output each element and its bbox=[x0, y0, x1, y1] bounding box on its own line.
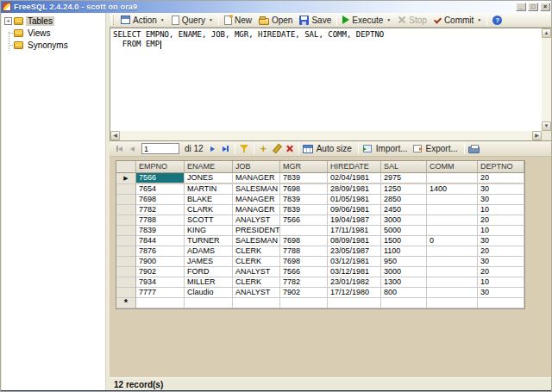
cell[interactable]: ADAMS bbox=[185, 246, 233, 257]
sql-editor[interactable]: SELECT EMPNO, ENAME, JOB, MGR, HIREDATE,… bbox=[110, 28, 552, 141]
cell[interactable]: CLERK bbox=[233, 257, 280, 267]
cell[interactable] bbox=[280, 226, 328, 236]
next-record-button[interactable] bbox=[206, 142, 219, 155]
new-button[interactable]: New bbox=[221, 13, 255, 27]
column-header-hiredate[interactable]: HIREDATE bbox=[328, 161, 381, 173]
column-header-job[interactable]: JOB bbox=[233, 161, 280, 173]
sidebar-item-synonyms[interactable]: Synonyms bbox=[2, 39, 105, 51]
sidebar-item-views[interactable]: Views bbox=[2, 27, 105, 39]
cell[interactable]: 30 bbox=[478, 236, 524, 246]
cell[interactable]: CLERK bbox=[233, 277, 280, 288]
cell[interactable]: 08/09/1981 bbox=[328, 236, 381, 246]
cell[interactable]: 19/04/1987 bbox=[328, 215, 381, 226]
cell[interactable] bbox=[427, 173, 478, 184]
autosize-button[interactable]: Auto size bbox=[317, 144, 352, 153]
cell[interactable]: 30 bbox=[478, 288, 524, 298]
print-button[interactable] bbox=[467, 142, 480, 155]
cell[interactable] bbox=[280, 298, 328, 308]
cell[interactable]: SALESMAN bbox=[233, 236, 280, 246]
cell[interactable]: ANALYST bbox=[233, 288, 280, 298]
cell[interactable]: 20 bbox=[478, 267, 524, 277]
cell[interactable]: 10 bbox=[478, 205, 524, 215]
cell[interactable] bbox=[478, 298, 524, 308]
cell[interactable] bbox=[328, 298, 381, 308]
cell[interactable]: 7566 bbox=[136, 173, 185, 184]
cell[interactable]: 7839 bbox=[280, 173, 328, 184]
add-record-button[interactable]: + bbox=[257, 142, 270, 155]
cell[interactable]: CLARK bbox=[185, 205, 233, 215]
action-button[interactable]: Action ▼ bbox=[117, 13, 168, 27]
column-header-empno[interactable]: EMPNO bbox=[136, 161, 185, 173]
cell[interactable] bbox=[233, 298, 280, 308]
row-selector[interactable] bbox=[116, 236, 136, 246]
cell[interactable]: 7902 bbox=[136, 267, 185, 277]
cell[interactable]: 09/06/1981 bbox=[328, 205, 381, 215]
cell[interactable]: 1250 bbox=[381, 184, 427, 195]
column-header-deptno[interactable]: DEPTNO bbox=[478, 161, 524, 173]
cell[interactable]: 2450 bbox=[381, 205, 427, 215]
cell[interactable]: MANAGER bbox=[233, 173, 280, 184]
cell[interactable]: 3000 bbox=[381, 267, 427, 277]
cell[interactable]: 7777 bbox=[136, 288, 185, 298]
cell[interactable]: BLAKE bbox=[185, 195, 233, 205]
row-selector[interactable] bbox=[116, 277, 136, 288]
cell[interactable]: 7566 bbox=[280, 267, 328, 277]
cell[interactable]: 7698 bbox=[136, 195, 185, 205]
autosize-icon-slot[interactable] bbox=[302, 142, 315, 155]
export-icon-slot[interactable] bbox=[411, 142, 424, 155]
cell[interactable] bbox=[427, 205, 478, 215]
cell[interactable] bbox=[427, 246, 478, 257]
last-record-button[interactable] bbox=[219, 142, 232, 155]
cell[interactable] bbox=[427, 288, 478, 298]
cell[interactable]: 7839 bbox=[280, 205, 328, 215]
cell[interactable] bbox=[427, 267, 478, 277]
import-icon-slot[interactable] bbox=[361, 142, 374, 155]
cell[interactable]: PRESIDENT bbox=[233, 226, 280, 236]
cell[interactable]: 1500 bbox=[381, 236, 427, 246]
filter-button[interactable] bbox=[238, 142, 251, 155]
help-button[interactable]: ? bbox=[489, 13, 505, 27]
cell[interactable]: 03/12/1981 bbox=[328, 257, 381, 267]
minimize-button[interactable]: _ bbox=[516, 3, 526, 11]
cell[interactable] bbox=[185, 298, 233, 308]
cell[interactable]: 17/12/1980 bbox=[328, 288, 381, 298]
editor-vertical-scrollbar[interactable]: ▲ ▼ bbox=[542, 28, 551, 131]
commit-button[interactable]: Commit ▼ bbox=[430, 13, 485, 27]
cell[interactable]: 2850 bbox=[381, 195, 427, 205]
toolbar-grip[interactable] bbox=[111, 16, 114, 25]
cell[interactable]: 7934 bbox=[136, 277, 185, 288]
cell[interactable]: 7900 bbox=[136, 257, 185, 267]
cell[interactable]: 7844 bbox=[136, 236, 185, 246]
cell[interactable]: 20 bbox=[478, 215, 524, 226]
cell[interactable] bbox=[427, 277, 478, 288]
row-selector[interactable] bbox=[116, 226, 136, 236]
row-selector[interactable]: ▶ bbox=[116, 173, 136, 184]
cell[interactable]: 23/01/1982 bbox=[328, 277, 381, 288]
cell[interactable]: 7788 bbox=[136, 215, 185, 226]
cell[interactable]: 10 bbox=[478, 277, 524, 288]
cell[interactable]: 7839 bbox=[136, 226, 185, 236]
cell[interactable]: MANAGER bbox=[233, 195, 280, 205]
cell[interactable]: 7698 bbox=[280, 184, 328, 195]
cell[interactable] bbox=[427, 257, 478, 267]
cell[interactable]: 7566 bbox=[280, 215, 328, 226]
cell[interactable]: 7698 bbox=[280, 257, 328, 267]
cell[interactable]: 5000 bbox=[381, 226, 427, 236]
scroll-up-icon[interactable]: ▲ bbox=[542, 28, 551, 38]
query-button[interactable]: Query ▼ bbox=[168, 13, 216, 27]
cell[interactable]: 30 bbox=[478, 195, 524, 205]
delete-record-button[interactable] bbox=[283, 142, 296, 155]
cell[interactable]: 7839 bbox=[280, 195, 328, 205]
sql-query-text[interactable]: SELECT EMPNO, ENAME, JOB, MGR, HIREDATE,… bbox=[113, 30, 539, 49]
column-header-sal[interactable]: SAL bbox=[381, 161, 427, 173]
cell[interactable]: 7654 bbox=[136, 184, 185, 195]
export-button[interactable]: Export... bbox=[426, 144, 458, 153]
import-button[interactable]: Import... bbox=[376, 144, 408, 153]
editor-horizontal-scrollbar[interactable]: ◀ ▶ bbox=[110, 131, 542, 140]
cell[interactable]: 7788 bbox=[280, 246, 328, 257]
row-selector[interactable] bbox=[116, 195, 136, 205]
column-header-ename[interactable]: ENAME bbox=[185, 161, 233, 173]
expand-plus-icon[interactable]: + bbox=[4, 17, 12, 25]
cell[interactable]: 1400 bbox=[427, 184, 478, 195]
scroll-down-icon[interactable]: ▼ bbox=[542, 121, 551, 131]
